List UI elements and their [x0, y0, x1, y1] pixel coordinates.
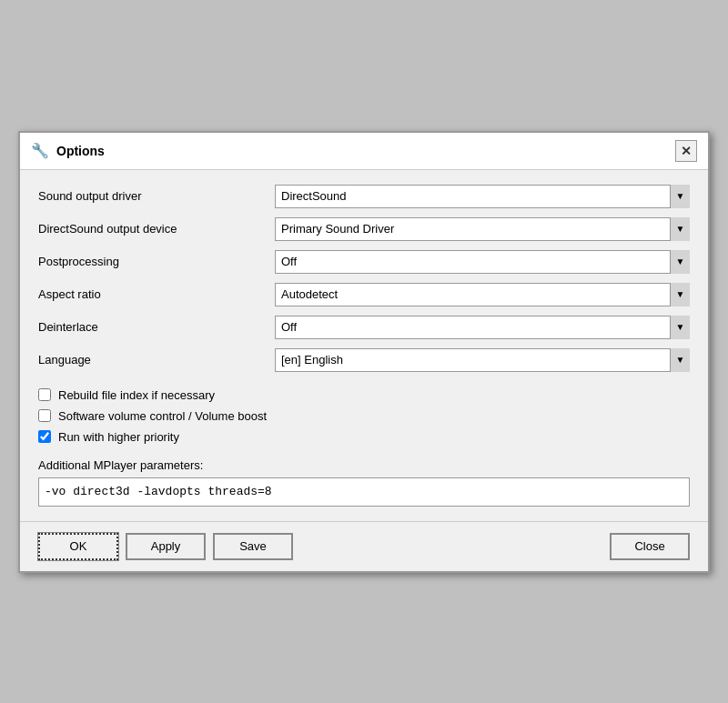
directsound-output-device-control: Primary Sound Driver Default Device ▼ [275, 217, 690, 241]
button-bar: OK Apply Save Close [20, 521, 708, 571]
title-bar: 🔧 Options ✕ [20, 133, 708, 170]
run-higher-priority-row: Run with higher priority [38, 430, 690, 444]
aspect-ratio-label: Aspect ratio [38, 287, 275, 301]
software-volume-control-checkbox[interactable] [38, 409, 51, 422]
rebuild-file-index-row: Rebuild file index if necessary [38, 388, 690, 402]
save-button[interactable]: Save [213, 533, 293, 560]
close-title-button[interactable]: ✕ [675, 140, 697, 162]
ok-button[interactable]: OK [38, 533, 118, 560]
language-label: Language [38, 353, 275, 367]
run-higher-priority-checkbox[interactable] [38, 430, 51, 443]
language-control: [en] English [de] German [fr] French [es… [275, 348, 690, 372]
title-bar-left: 🔧 Options [31, 142, 105, 159]
params-section: Additional MPlayer parameters: [38, 458, 690, 507]
sound-output-driver-select[interactable]: DirectSound WaveOut OpenAL No sound [275, 185, 690, 208]
deinterlace-wrapper: Off On ▼ [275, 316, 690, 339]
software-volume-control-row: Software volume control / Volume boost [38, 409, 690, 423]
language-wrapper: [en] English [de] German [fr] French [es… [275, 348, 690, 372]
postprocessing-control: Off On ▼ [275, 250, 690, 274]
sound-output-driver-label: Sound output driver [38, 189, 275, 203]
deinterlace-row: Deinterlace Off On ▼ [38, 316, 690, 339]
dialog-title: Options [56, 144, 105, 158]
aspect-ratio-select[interactable]: Autodetect 4:3 16:9 16:10 1.85:1 2.35:1 [275, 283, 690, 306]
apply-button[interactable]: Apply [126, 533, 206, 560]
directsound-output-device-select[interactable]: Primary Sound Driver Default Device [275, 217, 690, 241]
wrench-icon: 🔧 [31, 142, 49, 159]
dialog-close-button[interactable]: Close [610, 533, 690, 560]
postprocessing-label: Postprocessing [38, 255, 275, 268]
directsound-output-device-wrapper: Primary Sound Driver Default Device ▼ [275, 217, 690, 241]
divider2 [38, 451, 690, 458]
aspect-ratio-row: Aspect ratio Autodetect 4:3 16:9 16:10 1… [38, 283, 690, 306]
deinterlace-control: Off On ▼ [275, 316, 690, 339]
sound-output-driver-control: DirectSound WaveOut OpenAL No sound ▼ [275, 185, 690, 208]
aspect-ratio-control: Autodetect 4:3 16:9 16:10 1.85:1 2.35:1 … [275, 283, 690, 306]
sound-output-driver-wrapper: DirectSound WaveOut OpenAL No sound ▼ [275, 185, 690, 208]
language-select[interactable]: [en] English [de] German [fr] French [es… [275, 348, 690, 372]
postprocessing-wrapper: Off On ▼ [275, 250, 690, 274]
language-row: Language [en] English [de] German [fr] F… [38, 348, 690, 372]
directsound-output-device-label: DirectSound output device [38, 222, 275, 236]
postprocessing-row: Postprocessing Off On ▼ [38, 250, 690, 274]
content-area: Sound output driver DirectSound WaveOut … [20, 170, 708, 521]
directsound-output-device-row: DirectSound output device Primary Sound … [38, 217, 690, 241]
deinterlace-label: Deinterlace [38, 320, 275, 334]
run-higher-priority-label: Run with higher priority [58, 430, 179, 444]
params-label: Additional MPlayer parameters: [38, 458, 690, 472]
aspect-ratio-wrapper: Autodetect 4:3 16:9 16:10 1.85:1 2.35:1 … [275, 283, 690, 306]
sound-output-driver-row: Sound output driver DirectSound WaveOut … [38, 185, 690, 208]
options-dialog: 🔧 Options ✕ Sound output driver DirectSo… [18, 131, 710, 573]
postprocessing-select[interactable]: Off On [275, 250, 690, 274]
rebuild-file-index-label: Rebuild file index if necessary [58, 388, 215, 402]
software-volume-control-label: Software volume control / Volume boost [58, 409, 267, 423]
params-input[interactable] [38, 477, 690, 507]
rebuild-file-index-checkbox[interactable] [38, 388, 51, 401]
deinterlace-select[interactable]: Off On [275, 316, 690, 339]
divider1 [38, 381, 690, 388]
